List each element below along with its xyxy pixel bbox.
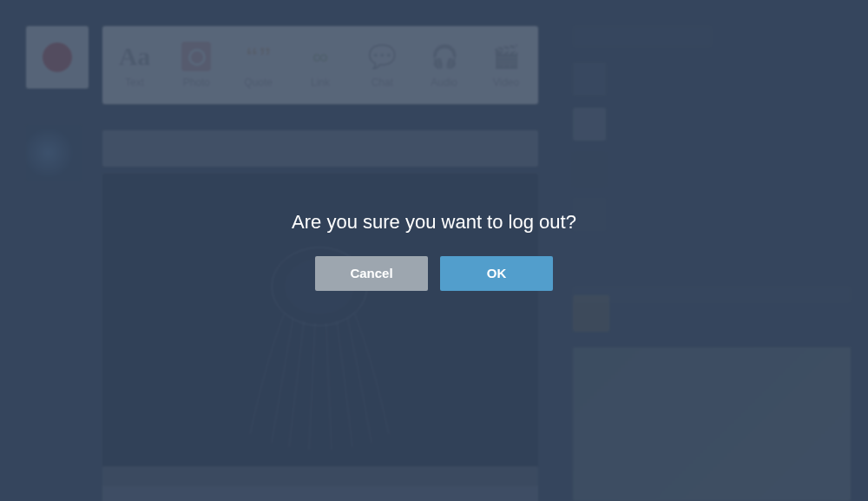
modal-button-row: Cancel OK (292, 256, 576, 291)
modal-title: Are you sure you want to log out? (292, 211, 576, 234)
logout-modal: Are you sure you want to log out? Cancel… (0, 0, 868, 501)
cancel-button[interactable]: Cancel (315, 256, 428, 291)
ok-button[interactable]: OK (440, 256, 553, 291)
